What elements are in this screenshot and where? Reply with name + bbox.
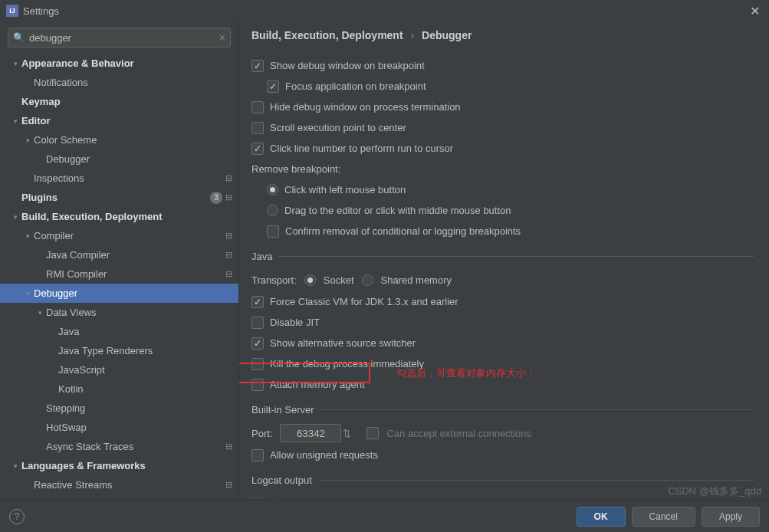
section-logcat-label: Logcat output: [251, 475, 312, 486]
tree-item-label: Keymap: [21, 96, 232, 107]
tree-item-label: JavaScript: [58, 364, 232, 376]
port-updown-icon[interactable]: ⇅: [343, 428, 351, 439]
tree-item-java-compiler[interactable]: Java Compiler⊟: [0, 245, 238, 264]
footer: ? OK Cancel Apply: [0, 500, 769, 532]
tree-item-keymap[interactable]: Keymap: [0, 92, 238, 111]
radio-rb-drag[interactable]: [267, 205, 278, 216]
app-icon: IJ: [6, 5, 18, 17]
tree-item-java[interactable]: Java: [0, 322, 238, 341]
label-show-debug-window: Show debug window on breakpoint: [270, 60, 425, 71]
radio-shared-mem[interactable]: [362, 274, 373, 286]
tree-item-label: Java Type Renderers: [58, 345, 232, 356]
checkbox-disable-jit[interactable]: [251, 317, 264, 329]
checkbox-allow-unsigned[interactable]: [251, 449, 264, 461]
tree-item-build-execution-deployment[interactable]: ▾Build, Execution, Deployment: [0, 207, 238, 226]
tree-item-debugger[interactable]: Debugger: [0, 149, 238, 169]
modified-icon: ⊟: [225, 192, 232, 202]
row-port: Port: ⇅ Can accept external connections: [251, 422, 754, 445]
row-show-debug-window: Show debug window on breakpoint: [251, 55, 754, 76]
port-input[interactable]: [280, 424, 341, 442]
label-remove-bp: Remove breakpoint:: [251, 159, 754, 179]
checkbox-show-alt[interactable]: [251, 337, 264, 350]
tree-item-rmi-compiler[interactable]: RMI Compiler⊟: [0, 264, 238, 284]
tree-item-async-stack-traces[interactable]: Async Stack Traces⊟: [0, 437, 238, 456]
tree-item-label: RMI Compiler: [46, 268, 222, 280]
row-scroll-center: Scroll execution point to center: [251, 117, 754, 138]
checkbox-force-classic[interactable]: [251, 296, 264, 308]
tree-item-label: Notifications: [34, 77, 232, 88]
tree-item-stepping[interactable]: Stepping: [0, 399, 238, 418]
label-show-alt: Show alternative source switcher: [270, 337, 416, 349]
breadcrumb-sep: ›: [410, 29, 414, 41]
search-field[interactable]: 🔍 ×: [8, 28, 231, 48]
modified-icon: ⊟: [225, 480, 232, 490]
ok-button[interactable]: OK: [577, 507, 626, 527]
tree-item-javascript[interactable]: JavaScript: [0, 360, 238, 379]
tree-item-appearance-behavior[interactable]: ▾Appearance & Behavior: [0, 54, 238, 73]
tree-item-editor[interactable]: ▾Editor: [0, 111, 238, 130]
chevron-icon: ▾: [11, 462, 20, 470]
label-click-line: Click line number to perform run to curs…: [270, 143, 453, 154]
tree-item-label: Editor: [21, 115, 232, 126]
tree-item-label: Reactive Streams: [34, 479, 222, 491]
tree-item-label: Appearance & Behavior: [21, 57, 232, 69]
checkbox-attach-mem[interactable]: [251, 379, 264, 391]
annotation-text: 勾选后，可查看对象内存大小；: [396, 366, 536, 380]
clear-icon[interactable]: ×: [219, 31, 225, 44]
tree-item-reactive-streams[interactable]: Reactive Streams⊟: [0, 475, 238, 494]
row-force-classic: Force Classic VM for JDK 1.3.x and earli…: [251, 291, 754, 312]
close-icon[interactable]: ✕: [747, 4, 763, 18]
tree-item-label: Java Compiler: [46, 249, 222, 261]
label-scroll-center: Scroll execution point to center: [270, 122, 406, 133]
checkbox-can-accept[interactable]: [366, 427, 379, 439]
modified-icon: ⊟: [225, 231, 232, 241]
help-icon[interactable]: ?: [9, 509, 25, 524]
chevron-icon: ▾: [11, 60, 20, 67]
tree-item-java-type-renderers[interactable]: Java Type Renderers: [0, 341, 238, 360]
label-can-accept: Can accept external connections: [386, 428, 531, 439]
tree-item-compiler[interactable]: ▾Compiler⊟: [0, 226, 238, 245]
tree-item-plugins[interactable]: Plugins3⊟: [0, 188, 238, 207]
breadcrumb-b: Debugger: [422, 29, 472, 41]
tree-item-hotswap[interactable]: HotSwap: [0, 418, 238, 437]
tree-item-inspections[interactable]: Inspections⊟: [0, 169, 238, 188]
apply-button[interactable]: Apply: [702, 507, 760, 527]
checkbox-confirm-removal[interactable]: [267, 225, 279, 238]
modified-icon: ⊟: [225, 442, 232, 452]
tree-item-notifications[interactable]: Notifications: [0, 73, 238, 92]
breadcrumb-a: Build, Execution, Deployment: [251, 29, 403, 41]
checkbox-scroll-center[interactable]: [251, 122, 264, 134]
checkbox-focus-app[interactable]: [267, 80, 279, 93]
tree-item-languages-frameworks[interactable]: ▾Languages & Frameworks: [0, 456, 238, 475]
tree-item-label: Debugger: [34, 287, 232, 299]
tree-item-debugger[interactable]: ▾Debugger: [0, 284, 238, 303]
content-panel: Build, Execution, Deployment › Debugger …: [239, 21, 769, 500]
tree-item-label: Compiler: [34, 230, 222, 241]
checkbox-kill-imm[interactable]: [251, 358, 264, 370]
row-show-alt: Show alternative source switcher: [251, 333, 754, 353]
tree-item-label: Build, Execution, Deployment: [21, 211, 232, 222]
sidebar: 🔍 × ▾Appearance & BehaviorNotificationsK…: [0, 21, 239, 500]
label-attach-mem: Attach memory agent: [270, 379, 365, 390]
label-allow-unsigned: Allow unsigned requests: [270, 449, 378, 461]
chevron-icon: ▾: [23, 290, 32, 297]
section-java-label: Java: [251, 251, 272, 262]
tree-item-label: Stepping: [46, 402, 232, 414]
cancel-button[interactable]: Cancel: [632, 507, 695, 527]
modified-icon: ⊟: [225, 269, 232, 279]
checkbox-hide-on-term[interactable]: [251, 101, 264, 113]
search-input[interactable]: [29, 32, 219, 44]
tree-item-kotlin[interactable]: Kotlin: [0, 379, 238, 399]
radio-rb-click[interactable]: [267, 184, 278, 195]
tree-item-label: Languages & Frameworks: [21, 460, 232, 471]
label-port: Port:: [251, 428, 272, 439]
settings-tree[interactable]: ▾Appearance & BehaviorNotificationsKeyma…: [0, 54, 238, 500]
checkbox-show-debug-window[interactable]: [251, 60, 264, 72]
tree-item-data-views[interactable]: ▾Data Views: [0, 303, 238, 322]
checkbox-click-line[interactable]: [251, 143, 264, 155]
radio-socket[interactable]: [304, 274, 316, 286]
label-focus-app: Focus application on breakpoint: [285, 80, 426, 92]
tree-item-color-scheme[interactable]: ▾Color Scheme: [0, 130, 238, 149]
badge: 3: [210, 192, 222, 204]
label-rb-drag: Drag to the editor or click with middle …: [284, 205, 511, 216]
